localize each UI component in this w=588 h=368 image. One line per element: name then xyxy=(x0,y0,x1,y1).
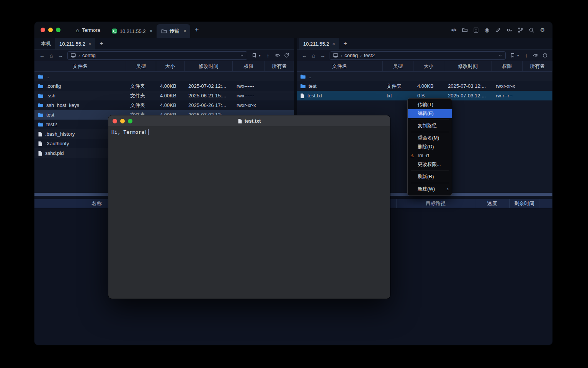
chevron-down-icon[interactable] xyxy=(240,53,244,58)
tab-left-host[interactable]: 10.211.55.2 × xyxy=(55,38,95,49)
file-perm: rwxr-xr-x xyxy=(233,102,265,108)
add-pane-tab-button[interactable]: + xyxy=(95,38,107,49)
edit-icon[interactable] xyxy=(495,27,501,33)
keychain-icon[interactable] xyxy=(506,27,512,33)
refresh-icon[interactable] xyxy=(282,53,291,58)
menu-item-transfer[interactable]: 传输(T) xyxy=(408,100,452,109)
column-header-mtime[interactable]: 修改时间 xyxy=(185,61,233,71)
file-size: 4.00KB xyxy=(156,93,185,99)
column-header-mtime[interactable]: 修改时间 xyxy=(444,61,492,71)
record-icon[interactable]: ◉ xyxy=(484,27,490,33)
search-icon[interactable] xyxy=(528,27,534,33)
column-header-name[interactable]: 文件名 xyxy=(34,61,126,71)
close-tab-icon[interactable]: × xyxy=(149,28,152,34)
menu-item-delete[interactable]: 删除(D) xyxy=(408,143,452,151)
file-size: 4.00KB xyxy=(156,102,185,108)
tab-right-host[interactable]: 10.211.55.2 × xyxy=(299,38,339,49)
file-size: 4.00KB xyxy=(413,83,444,89)
file-name: .. xyxy=(46,74,49,79)
menu-item-rm-rf[interactable]: ⚠ rm -rf xyxy=(408,151,452,160)
close-tab-icon[interactable]: × xyxy=(332,41,335,47)
upload-button[interactable]: ↑ xyxy=(263,53,273,59)
bookmark-caret-icon[interactable]: ▾ xyxy=(259,54,263,58)
file-mtime: 2025-07-03 12:... xyxy=(444,93,492,99)
code-icon[interactable]: </> xyxy=(451,27,457,33)
left-path-field[interactable]: › config xyxy=(67,51,247,60)
bookmark-icon[interactable] xyxy=(250,53,259,58)
close-tab-icon[interactable]: × xyxy=(183,28,186,34)
column-header-perm[interactable]: 权限 xyxy=(492,61,523,71)
file-row[interactable]: .. xyxy=(34,72,294,81)
editor-content[interactable]: Hi, Termora! xyxy=(108,127,390,137)
transfer-column-target-path[interactable]: 目标路径 xyxy=(396,199,475,208)
file-mtime: 2025-07-02 12:... xyxy=(185,83,233,89)
file-row[interactable]: ssh_host_keys 文件夹 4.00KB 2025-06-26 17:.… xyxy=(34,100,294,110)
forward-button[interactable]: → xyxy=(56,53,65,59)
file-name: test xyxy=(309,83,317,89)
refresh-icon[interactable] xyxy=(540,53,549,58)
menu-separator xyxy=(411,120,449,120)
zoom-window-button[interactable] xyxy=(56,28,60,32)
editor-text: Hi, Termora! xyxy=(111,129,147,135)
folder-icon xyxy=(38,74,44,79)
column-header-size[interactable]: 大小 xyxy=(156,61,185,71)
breadcrumb-test2[interactable]: test2 xyxy=(364,53,375,58)
file-row[interactable]: .. xyxy=(297,72,552,81)
add-pane-tab-button[interactable]: + xyxy=(339,38,351,49)
editor-close-button[interactable] xyxy=(113,119,117,123)
menu-item-copy-path[interactable]: 复制路径 xyxy=(408,122,452,130)
folder-icon xyxy=(38,122,44,127)
close-tab-icon[interactable]: × xyxy=(88,41,91,47)
tab-host-session[interactable]: 10.211.55.2 × xyxy=(107,24,157,38)
transfer-column-speed[interactable]: 速度 xyxy=(475,199,509,208)
column-header-name[interactable]: 文件名 xyxy=(297,61,383,71)
menu-item-change-permissions[interactable]: 更改权限... xyxy=(408,160,452,169)
column-header-type[interactable]: 类型 xyxy=(126,61,156,71)
transfer-column-eta[interactable]: 剩余时间 xyxy=(509,199,539,208)
chevron-down-icon[interactable] xyxy=(498,53,503,58)
column-header-owner[interactable]: 所有者 xyxy=(265,61,294,71)
minimize-window-button[interactable] xyxy=(48,28,53,32)
show-hidden-eye-icon[interactable] xyxy=(273,53,282,58)
editor-titlebar[interactable]: test.txt xyxy=(108,115,390,127)
forward-button[interactable]: → xyxy=(318,53,327,59)
breadcrumb-config[interactable]: config xyxy=(82,53,96,58)
folder-icon[interactable] xyxy=(462,27,468,33)
column-header-size[interactable]: 大小 xyxy=(413,61,444,71)
file-row[interactable]: test 文件夹 4.00KB 2025-07-03 12:... rwxr-x… xyxy=(297,81,552,91)
right-path-field[interactable]: › config › test2 xyxy=(330,51,506,60)
computer-icon xyxy=(70,53,76,58)
column-header-owner[interactable]: 所有者 xyxy=(523,61,552,71)
file-row[interactable]: .ssh 文件夹 4.00KB 2025-06-21 15:... rwx---… xyxy=(34,91,294,100)
menu-item-rename[interactable]: 重命名(M) xyxy=(408,134,452,143)
settings-icon[interactable]: ⚙ xyxy=(539,27,546,33)
bookmark-icon[interactable] xyxy=(508,53,517,58)
close-window-button[interactable] xyxy=(41,28,45,32)
file-type: txt xyxy=(383,93,413,99)
column-header-type[interactable]: 类型 xyxy=(383,61,413,71)
back-button[interactable]: ← xyxy=(38,53,47,59)
breadcrumb-config[interactable]: config xyxy=(345,53,358,58)
new-tab-button[interactable]: + xyxy=(190,26,204,34)
column-header-perm[interactable]: 权限 xyxy=(233,61,265,71)
file-row[interactable]: .config 文件夹 4.00KB 2025-07-02 12:... rwx… xyxy=(34,81,294,91)
branch-icon[interactable] xyxy=(517,27,523,33)
menu-item-refresh[interactable]: 刷新(R) xyxy=(408,172,452,181)
tab-local-label: 本机 xyxy=(41,40,51,47)
bookmark-caret-icon[interactable]: ▾ xyxy=(517,54,522,58)
editor-zoom-button[interactable] xyxy=(128,119,132,123)
tab-left-host-label: 10.211.55.2 xyxy=(59,41,85,47)
editor-minimize-button[interactable] xyxy=(120,119,125,123)
file-perm: rwx------ xyxy=(233,93,265,99)
tab-local[interactable]: 本机 xyxy=(37,38,55,49)
home-button[interactable]: ⌂ xyxy=(309,53,318,59)
log-icon[interactable] xyxy=(473,27,479,33)
tab-transfer[interactable]: 传输 × xyxy=(157,24,190,38)
app-home-tab[interactable]: ⌂ Termora xyxy=(67,27,107,33)
upload-button[interactable]: ↑ xyxy=(522,53,531,59)
menu-item-new[interactable]: 新建(W) › xyxy=(408,185,452,194)
menu-item-edit[interactable]: 编辑(E) xyxy=(408,109,452,118)
show-hidden-eye-icon[interactable] xyxy=(531,53,540,58)
home-button[interactable]: ⌂ xyxy=(47,53,56,59)
back-button[interactable]: ← xyxy=(300,53,309,59)
